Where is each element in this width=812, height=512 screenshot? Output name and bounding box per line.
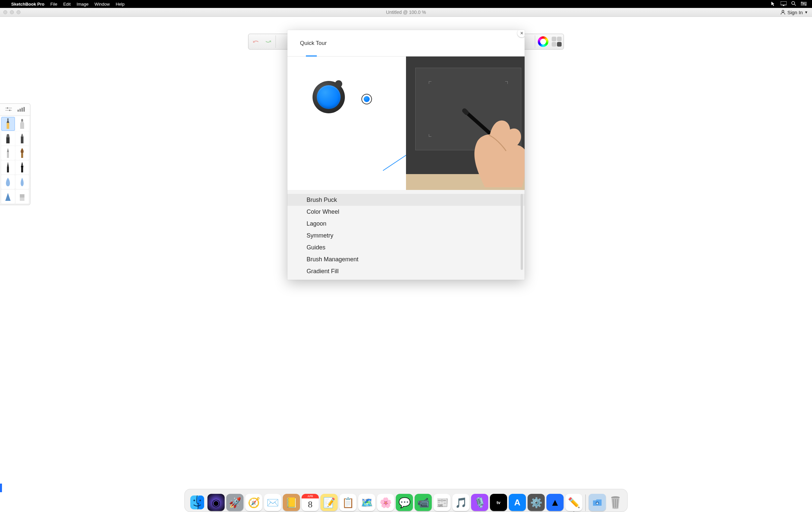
- screen-mirroring-icon[interactable]: [781, 1, 787, 7]
- svg-point-32: [22, 165, 23, 166]
- undo-button[interactable]: ⤺: [251, 36, 261, 47]
- quick-tour-item-guides[interactable]: Guides: [287, 241, 525, 253]
- window-zoom-button[interactable]: [17, 10, 21, 14]
- svg-marker-33: [5, 193, 10, 201]
- facetime-glyph-icon: 📹: [417, 497, 430, 508]
- brush-marker-chisel[interactable]: [1, 132, 15, 145]
- svg-marker-25: [21, 134, 24, 137]
- grid-cell-icon: [557, 42, 561, 47]
- dock-reminders[interactable]: 📋: [339, 494, 356, 511]
- svg-point-1: [792, 2, 795, 5]
- quick-tour-item-color-wheel[interactable]: Color Wheel: [287, 206, 525, 218]
- svg-point-8: [805, 4, 806, 5]
- brush-library-icon[interactable]: [18, 107, 25, 113]
- dock-preferences[interactable]: ⚙️: [528, 494, 545, 511]
- grid-cell-icon: [552, 42, 556, 47]
- window-close-button[interactable]: [3, 10, 7, 14]
- hand-with-stylus: [445, 88, 525, 187]
- brush-pen-fine[interactable]: [1, 146, 15, 160]
- quick-tour-list: Brush PuckColor WheelLagoonSymmetryGuide…: [287, 190, 525, 280]
- dock-news[interactable]: 📰: [433, 494, 451, 511]
- dock-notes[interactable]: 📝: [320, 494, 338, 511]
- menu-edit[interactable]: Edit: [63, 2, 70, 7]
- color-puck-inner-icon: [364, 96, 370, 102]
- dock-downloads[interactable]: [589, 494, 606, 511]
- quick-tour-item-gradient-fill[interactable]: Gradient Fill: [287, 265, 525, 277]
- redo-button[interactable]: ⤻: [263, 36, 273, 47]
- sign-in-button[interactable]: Sign In ▼: [780, 8, 808, 17]
- dock-affinity[interactable]: ▲: [546, 494, 563, 511]
- dock-contacts[interactable]: 📒: [283, 494, 300, 511]
- brush-marker[interactable]: [16, 132, 29, 145]
- dock-launchpad[interactable]: 🚀: [226, 494, 243, 511]
- dock-facetime[interactable]: 📹: [414, 494, 432, 511]
- trash-icon: [609, 495, 621, 510]
- brush-pencil[interactable]: [1, 117, 15, 131]
- brush-airbrush[interactable]: [16, 117, 29, 131]
- dock-sketchbook[interactable]: ✏️: [565, 494, 582, 511]
- brush-fountain-pen[interactable]: [16, 161, 29, 174]
- menu-help[interactable]: Help: [116, 2, 124, 7]
- brush-settings-icon[interactable]: [5, 107, 12, 113]
- app-name[interactable]: SketchBook Pro: [11, 2, 44, 7]
- quick-tour-item-brush-management[interactable]: Brush Management: [287, 253, 525, 265]
- finder-face-icon: [190, 495, 204, 509]
- brush-ink-pen[interactable]: [1, 161, 15, 174]
- svg-point-38: [194, 500, 195, 502]
- messages-glyph-icon: 💬: [398, 497, 411, 508]
- music-glyph-icon: 🎵: [455, 497, 467, 508]
- calendar-day: 8: [301, 499, 319, 510]
- dock-photos[interactable]: 🌸: [377, 494, 394, 511]
- menu-file[interactable]: File: [50, 2, 57, 7]
- svg-rect-26: [7, 152, 9, 158]
- scrollbar[interactable]: [521, 194, 523, 270]
- menu-image[interactable]: Image: [77, 2, 89, 7]
- quick-tour-item-lagoon[interactable]: Lagoon: [287, 218, 525, 230]
- menu-window[interactable]: Window: [94, 2, 110, 7]
- brush-puck-icon: [313, 81, 345, 113]
- brush-soft-round[interactable]: [1, 175, 15, 189]
- dock: ◉🚀🧭✉️📒APR8📝📋🗺️🌸💬📹📰🎵🎙️tvA⚙️▲✏️: [184, 489, 628, 512]
- grid-cell-icon: [552, 37, 556, 41]
- brush-puck-inner-icon: [317, 85, 341, 109]
- svg-rect-34: [20, 198, 24, 201]
- dock-calendar[interactable]: APR8: [301, 494, 319, 511]
- view-grid-button[interactable]: [552, 37, 561, 47]
- dock-appstore[interactable]: A: [509, 494, 526, 511]
- brush-hard-triangle[interactable]: [1, 190, 15, 203]
- dock-mail[interactable]: ✉️: [264, 494, 281, 511]
- color-wheel-button[interactable]: [538, 36, 548, 47]
- quick-tour-video: [406, 56, 525, 190]
- quick-tour-item-brush-puck[interactable]: Brush Puck: [287, 194, 525, 206]
- svg-rect-17: [24, 107, 25, 112]
- window-traffic-lights[interactable]: [3, 10, 21, 14]
- window-minimize-button[interactable]: [10, 10, 14, 14]
- dock-siri[interactable]: ◉: [207, 494, 225, 511]
- appstore-glyph-icon: A: [514, 497, 521, 508]
- spotlight-search-icon[interactable]: [791, 1, 796, 7]
- brush-water-drop[interactable]: [16, 175, 29, 189]
- quick-tour-item-symmetry[interactable]: Symmetry: [287, 230, 525, 241]
- svg-rect-16: [22, 108, 23, 112]
- undo-arrow-icon: ⤺: [253, 37, 259, 46]
- dock-podcasts[interactable]: 🎙️: [471, 494, 488, 511]
- photos-glyph-icon: 🌸: [380, 497, 392, 508]
- dock-finder[interactable]: [188, 494, 206, 511]
- dock-maps[interactable]: 🗺️: [358, 494, 375, 511]
- brush-brush-round[interactable]: [16, 146, 29, 160]
- dock-messages[interactable]: 💬: [396, 494, 413, 511]
- brush-palette: [0, 104, 30, 205]
- safari-glyph-icon: 🧭: [248, 497, 260, 508]
- cursor-status-icon[interactable]: [771, 1, 776, 7]
- window-title: Untitled @ 100.0 %: [0, 9, 812, 15]
- dock-safari[interactable]: 🧭: [245, 494, 262, 511]
- dock-music[interactable]: 🎵: [452, 494, 469, 511]
- brush-flat-brush[interactable]: [16, 190, 29, 203]
- dock-trash[interactable]: [608, 494, 624, 511]
- svg-marker-23: [6, 134, 9, 137]
- dock-appletv[interactable]: tv: [490, 494, 507, 511]
- sketchbook-glyph-icon: ✏️: [568, 497, 580, 508]
- svg-point-9: [782, 10, 784, 12]
- control-center-icon[interactable]: [801, 1, 807, 7]
- svg-point-6: [801, 2, 802, 3]
